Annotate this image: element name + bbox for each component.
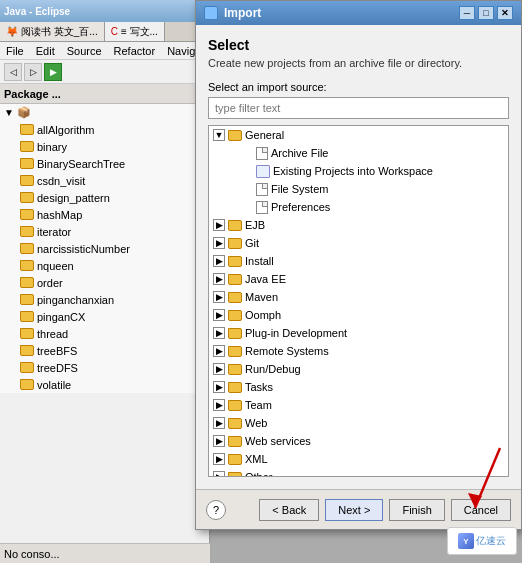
section-label: Oomph — [245, 309, 281, 321]
tree-root-label: 📦 — [17, 106, 31, 119]
import-child-item[interactable]: Preferences — [209, 198, 508, 216]
tree-item[interactable]: volatile — [0, 376, 210, 393]
import-section-webservices[interactable]: ▶Web services — [209, 432, 508, 450]
help-button[interactable]: ? — [206, 500, 226, 520]
dialog-footer: ? < Back Next > Finish Cancel — [196, 489, 521, 529]
finish-button[interactable]: Finish — [389, 499, 444, 521]
folder-icon — [20, 328, 34, 339]
import-section-git[interactable]: ▶Git — [209, 234, 508, 252]
expand-btn[interactable]: ▶ — [213, 453, 225, 465]
import-section-team[interactable]: ▶Team — [209, 396, 508, 414]
expand-btn[interactable]: ▶ — [213, 291, 225, 303]
folder-icon — [228, 472, 242, 478]
menu-edit[interactable]: Edit — [32, 45, 59, 57]
expand-btn[interactable]: ▶ — [213, 435, 225, 447]
folder-icon — [20, 158, 34, 169]
browser-tabs: 🦊 阅读书 英文_百... C ≡ 写文... — [0, 22, 209, 42]
section-label: EJB — [245, 219, 265, 231]
tab-label-2: ≡ 写文... — [121, 25, 158, 39]
import-child-item[interactable]: Archive File — [209, 144, 508, 162]
folder-icon — [20, 260, 34, 271]
filter-input[interactable] — [208, 97, 509, 119]
watermark-logo: Y — [458, 533, 474, 549]
tree-item[interactable]: thread — [0, 325, 210, 342]
tree-item[interactable]: pinganchanxian — [0, 291, 210, 308]
import-section-javaee[interactable]: ▶Java EE — [209, 270, 508, 288]
tree-item-label: binary — [37, 141, 67, 153]
expand-btn[interactable]: ▶ — [213, 417, 225, 429]
menu-file[interactable]: File — [2, 45, 28, 57]
toolbar-btn-3[interactable]: ▶ — [44, 63, 62, 81]
maximize-button[interactable]: □ — [478, 6, 494, 20]
tree-root[interactable]: ▼ 📦 — [0, 104, 210, 121]
expand-btn[interactable]: ▼ — [213, 129, 225, 141]
cancel-button[interactable]: Cancel — [451, 499, 511, 521]
close-button[interactable]: ✕ — [497, 6, 513, 20]
import-section-install[interactable]: ▶Install — [209, 252, 508, 270]
back-button[interactable]: < Back — [259, 499, 319, 521]
import-section-maven[interactable]: ▶Maven — [209, 288, 508, 306]
import-child-item[interactable]: File System — [209, 180, 508, 198]
import-section-ejb[interactable]: ▶EJB — [209, 216, 508, 234]
folder-icon — [228, 292, 242, 303]
import-section-plugin-dev[interactable]: ▶Plug-in Development — [209, 324, 508, 342]
section-label: XML — [245, 453, 268, 465]
tree-item[interactable]: csdn_visit — [0, 172, 210, 189]
eclipse-toolbar: ◁ ▷ ▶ — [0, 60, 209, 84]
next-button[interactable]: Next > — [325, 499, 383, 521]
browser-tab-2[interactable]: C ≡ 写文... — [105, 22, 165, 41]
import-dialog: Import ─ □ ✕ Select Create new projects … — [195, 0, 522, 530]
expand-btn[interactable]: ▶ — [213, 345, 225, 357]
import-section-oomph[interactable]: ▶Oomph — [209, 306, 508, 324]
expand-btn[interactable]: ▶ — [213, 363, 225, 375]
tree-item[interactable]: order — [0, 274, 210, 291]
tree-item[interactable]: treeDFS — [0, 359, 210, 376]
tree-item-label: hashMap — [37, 209, 82, 221]
tree-item[interactable]: iterator — [0, 223, 210, 240]
tree-item[interactable]: pinganCX — [0, 308, 210, 325]
expand-btn[interactable]: ▶ — [213, 237, 225, 249]
browser-tab-1[interactable]: 🦊 阅读书 英文_百... — [0, 22, 105, 41]
toolbar-btn-2[interactable]: ▷ — [24, 63, 42, 81]
tree-item-label: volatile — [37, 379, 71, 391]
folder-icon — [20, 175, 34, 186]
expand-btn[interactable]: ▶ — [213, 273, 225, 285]
import-child-item[interactable]: Existing Projects into Workspace — [209, 162, 508, 180]
import-section-rundebug[interactable]: ▶Run/Debug — [209, 360, 508, 378]
import-section-other[interactable]: ▶Other — [209, 468, 508, 477]
tree-item[interactable]: nqueen — [0, 257, 210, 274]
folder-icon — [20, 362, 34, 373]
section-label: Other — [245, 471, 273, 477]
minimize-button[interactable]: ─ — [459, 6, 475, 20]
folder-icon — [228, 364, 242, 375]
import-section-xml[interactable]: ▶XML — [209, 450, 508, 468]
expand-btn[interactable]: ▶ — [213, 219, 225, 231]
expand-btn[interactable]: ▶ — [213, 309, 225, 321]
expand-btn[interactable]: ▶ — [213, 255, 225, 267]
expand-btn[interactable]: ▶ — [213, 399, 225, 411]
toolbar-btn-1[interactable]: ◁ — [4, 63, 22, 81]
section-label: Git — [245, 237, 259, 249]
tree-item[interactable]: design_pattern — [0, 189, 210, 206]
menu-source[interactable]: Source — [63, 45, 106, 57]
tree-item[interactable]: hashMap — [0, 206, 210, 223]
expand-btn[interactable]: ▶ — [213, 327, 225, 339]
tree-item-label: design_pattern — [37, 192, 110, 204]
dialog-controls: ─ □ ✕ — [459, 6, 513, 20]
import-section-tasks[interactable]: ▶Tasks — [209, 378, 508, 396]
import-section-remote[interactable]: ▶Remote Systems — [209, 342, 508, 360]
expand-btn[interactable]: ▶ — [213, 381, 225, 393]
tree-item[interactable]: BinarySearchTree — [0, 155, 210, 172]
section-label: Plug-in Development — [245, 327, 347, 339]
eclipse-background: Java - Eclipse 🦊 阅读书 英文_百... C ≡ 写文... F… — [0, 0, 210, 563]
panel-title: Package ... — [4, 88, 61, 100]
expand-btn[interactable]: ▶ — [213, 471, 225, 477]
tree-item[interactable]: treeBFS — [0, 342, 210, 359]
tree-item[interactable]: binary — [0, 138, 210, 155]
import-section-general[interactable]: ▼General — [209, 126, 508, 144]
tree-item[interactable]: allAlgorithm — [0, 121, 210, 138]
menu-refactor[interactable]: Refactor — [110, 45, 160, 57]
import-section-web[interactable]: ▶Web — [209, 414, 508, 432]
tree-item[interactable]: narcissisticNumber — [0, 240, 210, 257]
folder-icon — [20, 124, 34, 135]
